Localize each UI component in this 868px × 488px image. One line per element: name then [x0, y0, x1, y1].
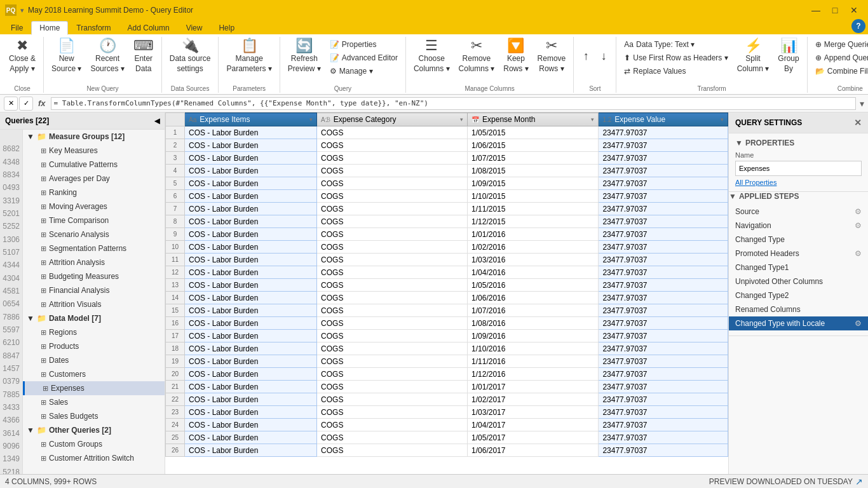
data-cell: 1/01/2016: [468, 228, 599, 241]
sidebar-item-segmentation-patterns[interactable]: ⊞ Segmentation Patterns: [23, 241, 165, 255]
manage-button[interactable]: ⚙ Manage ▾: [326, 65, 402, 78]
help-button[interactable]: ?: [851, 19, 865, 33]
use-first-row-button[interactable]: ⬆ Use First Row as Headers ▾: [620, 51, 731, 64]
sidebar-item-cumulative-patterns[interactable]: ⊞ Cumulative Patterns: [23, 158, 165, 172]
sidebar-item-dates[interactable]: ⊞ Dates: [23, 353, 165, 367]
manage-parameters-button[interactable]: 📋 ManageParameters ▾: [222, 37, 275, 76]
combine-files-button[interactable]: 📂 Combine Files: [811, 65, 868, 78]
step-gear-icon[interactable]: ⚙: [855, 249, 862, 258]
sidebar-collapse-button[interactable]: ◀: [154, 117, 159, 125]
col-header-expense-category[interactable]: Aℬ Expense Category ▾: [317, 113, 468, 126]
col-dropdown-icon[interactable]: ▾: [460, 116, 463, 123]
tab-add-column[interactable]: Add Column: [119, 21, 178, 34]
append-queries-button[interactable]: ⊕ Append Queries ▾: [811, 51, 868, 64]
step-item[interactable]: Changed Type with Locale⚙: [729, 316, 868, 330]
step-item[interactable]: Changed Type1: [729, 261, 868, 274]
step-gear-icon[interactable]: ⚙: [855, 207, 862, 216]
col-dropdown-icon[interactable]: ▾: [309, 116, 313, 123]
minimize-button[interactable]: —: [807, 1, 825, 19]
col-dropdown-icon[interactable]: ▾: [721, 116, 724, 123]
step-item[interactable]: Promoted Headers⚙: [729, 247, 868, 261]
refresh-preview-button[interactable]: 🔄 RefreshPreview ▾: [284, 37, 325, 76]
data-source-settings-button[interactable]: 🔌 Data sourcesettings: [166, 37, 215, 76]
new-source-button[interactable]: 📄 NewSource ▾: [48, 37, 85, 76]
step-item[interactable]: Source⚙: [729, 205, 868, 219]
sidebar-item-ranking[interactable]: ⊞ Ranking: [23, 186, 165, 200]
data-cell: COS - Labor Burden: [185, 317, 317, 330]
qs-close-button[interactable]: ✕: [854, 118, 862, 128]
group-by-button[interactable]: 📊 GroupBy: [774, 37, 803, 76]
remove-columns-button[interactable]: ✂ RemoveColumns ▾: [455, 37, 499, 76]
split-column-button[interactable]: ⚡ SplitColumn ▾: [733, 37, 773, 76]
sidebar-item-moving-averages[interactable]: ⊞ Moving Averages: [23, 200, 165, 214]
close-button[interactable]: ✕: [845, 1, 863, 19]
sidebar-item-time-comparison[interactable]: ⊞ Time Comparison: [23, 214, 165, 227]
formula-cancel-button[interactable]: ✕: [4, 97, 18, 111]
step-item[interactable]: Unpivoted Other Columns: [729, 274, 868, 288]
col-header-expense-value[interactable]: 1.2 Expense Value ▾: [599, 113, 728, 126]
sidebar-item-label: Cumulative Patterns: [49, 160, 118, 169]
advanced-editor-button[interactable]: 📝 Advanced Editor: [326, 51, 402, 64]
replace-values-button[interactable]: ⇄ Replace Values: [620, 65, 731, 78]
maximize-button[interactable]: □: [826, 1, 844, 19]
remove-rows-button[interactable]: ✂ RemoveRows ▾: [534, 37, 570, 76]
sidebar-item-financial-analysis[interactable]: ⊞ Financial Analysis: [23, 283, 165, 297]
recent-sources-button[interactable]: 🕐 RecentSources ▾: [86, 37, 128, 76]
sidebar-item-custom-groups[interactable]: ⊞ Custom Groups: [23, 437, 165, 451]
tree-group-other-queries-header[interactable]: ▼ 📁 Other Queries [2]: [23, 423, 165, 437]
data-cell: COS - Labor Burden: [185, 190, 317, 203]
table-icon: ⊞: [41, 259, 46, 267]
sidebar-item-regions[interactable]: ⊞ Regions: [23, 325, 165, 339]
properties-button[interactable]: 📝 Properties: [326, 38, 402, 51]
step-item[interactable]: Changed Type: [729, 233, 868, 247]
tab-transform[interactable]: Transform: [68, 21, 119, 34]
sort-asc-button[interactable]: ↑: [578, 37, 594, 76]
combine-files-icon: 📂: [815, 67, 825, 76]
sidebar-item-attrition-visuals[interactable]: ⊞ Attrition Visuals: [23, 297, 165, 311]
sidebar-item-customer-attrition-switch[interactable]: ⊞ Customer Attrition Switch: [23, 451, 165, 465]
data-cell: COGS: [317, 139, 468, 152]
keep-rows-button[interactable]: 🔽 KeepRows ▾: [499, 37, 532, 76]
formula-expand-button[interactable]: ▾: [860, 98, 864, 109]
sidebar-item-products[interactable]: ⊞ Products: [23, 339, 165, 353]
tree-group-data-model-header[interactable]: ▼ 📁 Data Model [7]: [23, 311, 165, 325]
sidebar-item-key-measures[interactable]: ⊞ Key Measures: [23, 144, 165, 158]
qs-name-input[interactable]: [735, 161, 862, 176]
tab-home[interactable]: Home: [31, 21, 68, 35]
close-apply-button[interactable]: ✖ Close &Apply ▾: [5, 37, 39, 76]
col-header-expense-items[interactable]: Aa Expense Items ▾: [185, 113, 317, 126]
data-cell: 23477.97037: [599, 190, 728, 203]
sort-desc-button[interactable]: ↓: [595, 37, 612, 76]
formula-confirm-button[interactable]: ✓: [19, 97, 33, 111]
data-table-container[interactable]: Aa Expense Items ▾ Aℬ Expense Category ▾: [165, 112, 728, 474]
tab-help[interactable]: Help: [210, 21, 243, 34]
enter-data-button[interactable]: ⌨ EnterData: [130, 37, 158, 76]
sidebar-item-scenario-analysis[interactable]: ⊞ Scenario Analysis: [23, 227, 165, 241]
choose-columns-button[interactable]: ☰ ChooseColumns ▾: [410, 37, 454, 76]
advanced-editor-icon: 📝: [330, 53, 339, 62]
tab-view[interactable]: View: [178, 21, 211, 34]
sidebar-item-expenses[interactable]: ⊞ Expenses: [23, 381, 165, 395]
combine-group-label: Combine: [811, 84, 868, 93]
tab-file[interactable]: File: [3, 21, 31, 34]
sidebar-item-customers[interactable]: ⊞ Customers: [23, 367, 165, 381]
formula-input[interactable]: [51, 97, 856, 110]
step-item[interactable]: Changed Type2: [729, 288, 868, 302]
data-cell: 1/09/2016: [468, 330, 599, 342]
merge-queries-button[interactable]: ⊕ Merge Queries ▾: [811, 38, 868, 51]
step-gear-icon[interactable]: ⚙: [855, 221, 862, 230]
step-item[interactable]: Renamed Columns: [729, 302, 868, 316]
sidebar-item-budgeting-measures[interactable]: ⊞ Budgeting Measures: [23, 269, 165, 283]
qs-properties-section: ▼ PROPERTIES Name All Properties: [729, 133, 868, 192]
sidebar-item-attrition-analysis[interactable]: ⊞ Attrition Analysis: [23, 255, 165, 269]
tree-group-measure-groups-header[interactable]: ▼ 📁 Measure Groups [12]: [23, 130, 165, 144]
sidebar-item-averages-per-day[interactable]: ⊞ Averages per Day: [23, 172, 165, 186]
qs-all-properties-link[interactable]: All Properties: [735, 179, 862, 186]
sidebar-item-sales-budgets[interactable]: ⊞ Sales Budgets: [23, 409, 165, 423]
step-gear-icon[interactable]: ⚙: [855, 319, 862, 328]
step-item[interactable]: Navigation⚙: [729, 219, 868, 233]
col-header-expense-month[interactable]: 📅 Expense Month ▾: [468, 113, 599, 126]
sidebar-item-sales[interactable]: ⊞ Sales: [23, 395, 165, 409]
data-type-button[interactable]: Aa Data Type: Text ▾: [620, 38, 731, 51]
col-dropdown-icon[interactable]: ▾: [591, 116, 594, 123]
